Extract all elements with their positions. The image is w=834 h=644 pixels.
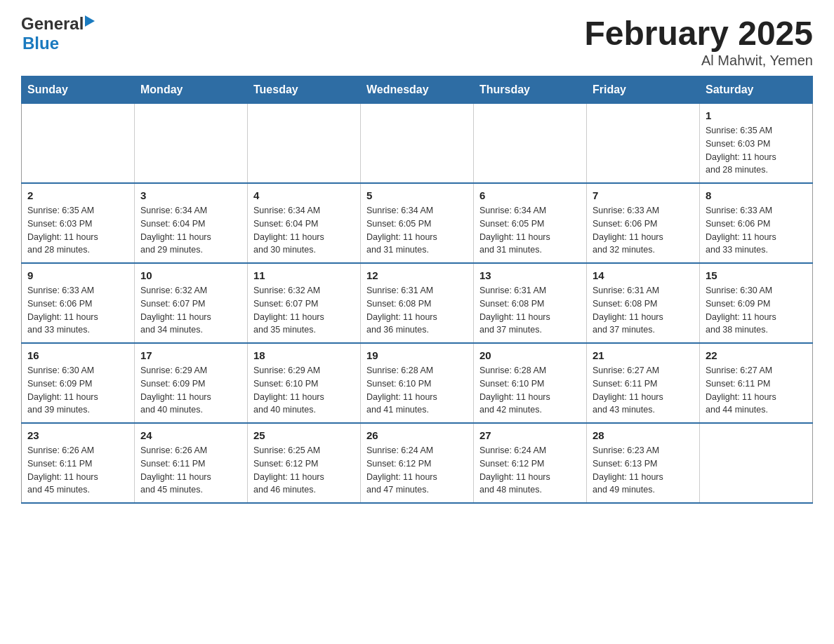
calendar-header-row: Sunday Monday Tuesday Wednesday Thursday… bbox=[22, 76, 813, 104]
title-block: February 2025 Al Mahwit, Yemen bbox=[584, 14, 813, 69]
calendar-cell: 24Sunrise: 6:26 AM Sunset: 6:11 PM Dayli… bbox=[135, 423, 248, 503]
day-number: 4 bbox=[253, 189, 355, 201]
calendar-cell: 10Sunrise: 6:32 AM Sunset: 6:07 PM Dayli… bbox=[135, 263, 248, 343]
calendar-cell: 13Sunrise: 6:31 AM Sunset: 6:08 PM Dayli… bbox=[474, 263, 587, 343]
day-info: Sunrise: 6:25 AM Sunset: 6:12 PM Dayligh… bbox=[253, 444, 355, 497]
calendar-week-3: 9Sunrise: 6:33 AM Sunset: 6:06 PM Daylig… bbox=[22, 263, 813, 343]
day-number: 26 bbox=[366, 429, 468, 441]
day-number: 24 bbox=[140, 429, 241, 441]
calendar-week-2: 2Sunrise: 6:35 AM Sunset: 6:03 PM Daylig… bbox=[22, 183, 813, 263]
calendar-cell: 22Sunrise: 6:27 AM Sunset: 6:11 PM Dayli… bbox=[700, 343, 813, 423]
weekday-saturday: Saturday bbox=[700, 76, 813, 104]
logo: General Blue bbox=[21, 14, 96, 53]
calendar-cell bbox=[135, 104, 248, 184]
day-number: 16 bbox=[27, 349, 128, 361]
day-info: Sunrise: 6:24 AM Sunset: 6:12 PM Dayligh… bbox=[366, 444, 468, 497]
day-info: Sunrise: 6:32 AM Sunset: 6:07 PM Dayligh… bbox=[253, 284, 355, 337]
day-number: 12 bbox=[366, 269, 468, 281]
calendar-cell: 23Sunrise: 6:26 AM Sunset: 6:11 PM Dayli… bbox=[22, 423, 135, 503]
day-info: Sunrise: 6:30 AM Sunset: 6:09 PM Dayligh… bbox=[706, 284, 807, 337]
calendar-cell: 18Sunrise: 6:29 AM Sunset: 6:10 PM Dayli… bbox=[248, 343, 361, 423]
day-info: Sunrise: 6:23 AM Sunset: 6:13 PM Dayligh… bbox=[593, 444, 694, 497]
day-number: 9 bbox=[27, 269, 128, 281]
svg-marker-0 bbox=[85, 15, 95, 27]
day-number: 25 bbox=[253, 429, 355, 441]
day-info: Sunrise: 6:35 AM Sunset: 6:03 PM Dayligh… bbox=[27, 204, 128, 257]
day-info: Sunrise: 6:24 AM Sunset: 6:12 PM Dayligh… bbox=[479, 444, 581, 497]
day-info: Sunrise: 6:34 AM Sunset: 6:04 PM Dayligh… bbox=[140, 204, 241, 257]
day-number: 17 bbox=[140, 349, 241, 361]
calendar-week-5: 23Sunrise: 6:26 AM Sunset: 6:11 PM Dayli… bbox=[22, 423, 813, 503]
calendar-cell: 19Sunrise: 6:28 AM Sunset: 6:10 PM Dayli… bbox=[361, 343, 474, 423]
day-number: 7 bbox=[593, 189, 694, 201]
day-number: 20 bbox=[479, 349, 581, 361]
calendar-cell bbox=[22, 104, 135, 184]
calendar-cell: 3Sunrise: 6:34 AM Sunset: 6:04 PM Daylig… bbox=[135, 183, 248, 263]
calendar-cell: 25Sunrise: 6:25 AM Sunset: 6:12 PM Dayli… bbox=[248, 423, 361, 503]
day-info: Sunrise: 6:31 AM Sunset: 6:08 PM Dayligh… bbox=[366, 284, 468, 337]
day-number: 10 bbox=[140, 269, 241, 281]
day-number: 11 bbox=[253, 269, 355, 281]
calendar-cell bbox=[700, 423, 813, 503]
weekday-wednesday: Wednesday bbox=[361, 76, 474, 104]
day-info: Sunrise: 6:28 AM Sunset: 6:10 PM Dayligh… bbox=[479, 364, 581, 417]
day-info: Sunrise: 6:26 AM Sunset: 6:11 PM Dayligh… bbox=[27, 444, 128, 497]
day-number: 19 bbox=[366, 349, 468, 361]
calendar-cell: 8Sunrise: 6:33 AM Sunset: 6:06 PM Daylig… bbox=[700, 183, 813, 263]
calendar-cell: 6Sunrise: 6:34 AM Sunset: 6:05 PM Daylig… bbox=[474, 183, 587, 263]
page-title: February 2025 bbox=[584, 14, 813, 53]
day-info: Sunrise: 6:30 AM Sunset: 6:09 PM Dayligh… bbox=[27, 364, 128, 417]
day-info: Sunrise: 6:35 AM Sunset: 6:03 PM Dayligh… bbox=[706, 124, 807, 177]
calendar-cell bbox=[248, 104, 361, 184]
day-number: 28 bbox=[593, 429, 694, 441]
day-info: Sunrise: 6:29 AM Sunset: 6:09 PM Dayligh… bbox=[140, 364, 241, 417]
calendar-cell: 15Sunrise: 6:30 AM Sunset: 6:09 PM Dayli… bbox=[700, 263, 813, 343]
calendar-cell bbox=[587, 104, 700, 184]
calendar-cell bbox=[474, 104, 587, 184]
day-number: 8 bbox=[706, 189, 807, 201]
logo-blue: Blue bbox=[22, 34, 59, 53]
weekday-friday: Friday bbox=[587, 76, 700, 104]
day-info: Sunrise: 6:31 AM Sunset: 6:08 PM Dayligh… bbox=[479, 284, 581, 337]
calendar-cell: 28Sunrise: 6:23 AM Sunset: 6:13 PM Dayli… bbox=[587, 423, 700, 503]
day-number: 27 bbox=[479, 429, 581, 441]
day-number: 21 bbox=[593, 349, 694, 361]
day-info: Sunrise: 6:33 AM Sunset: 6:06 PM Dayligh… bbox=[706, 204, 807, 257]
day-info: Sunrise: 6:31 AM Sunset: 6:08 PM Dayligh… bbox=[593, 284, 694, 337]
calendar-cell: 26Sunrise: 6:24 AM Sunset: 6:12 PM Dayli… bbox=[361, 423, 474, 503]
day-info: Sunrise: 6:34 AM Sunset: 6:05 PM Dayligh… bbox=[479, 204, 581, 257]
calendar-cell: 9Sunrise: 6:33 AM Sunset: 6:06 PM Daylig… bbox=[22, 263, 135, 343]
page-header: General Blue February 2025 Al Mahwit, Ye… bbox=[21, 14, 813, 69]
calendar-cell: 17Sunrise: 6:29 AM Sunset: 6:09 PM Dayli… bbox=[135, 343, 248, 423]
calendar-week-4: 16Sunrise: 6:30 AM Sunset: 6:09 PM Dayli… bbox=[22, 343, 813, 423]
logo-text: General Blue bbox=[21, 14, 96, 53]
day-number: 1 bbox=[706, 109, 807, 121]
calendar-cell: 21Sunrise: 6:27 AM Sunset: 6:11 PM Dayli… bbox=[587, 343, 700, 423]
day-number: 3 bbox=[140, 189, 241, 201]
day-info: Sunrise: 6:34 AM Sunset: 6:05 PM Dayligh… bbox=[366, 204, 468, 257]
day-info: Sunrise: 6:28 AM Sunset: 6:10 PM Dayligh… bbox=[366, 364, 468, 417]
day-info: Sunrise: 6:26 AM Sunset: 6:11 PM Dayligh… bbox=[140, 444, 241, 497]
day-number: 5 bbox=[366, 189, 468, 201]
weekday-sunday: Sunday bbox=[22, 76, 135, 104]
weekday-tuesday: Tuesday bbox=[248, 76, 361, 104]
day-info: Sunrise: 6:33 AM Sunset: 6:06 PM Dayligh… bbox=[593, 204, 694, 257]
day-number: 22 bbox=[706, 349, 807, 361]
calendar-cell: 16Sunrise: 6:30 AM Sunset: 6:09 PM Dayli… bbox=[22, 343, 135, 423]
day-number: 6 bbox=[479, 189, 581, 201]
calendar-cell bbox=[361, 104, 474, 184]
day-info: Sunrise: 6:29 AM Sunset: 6:10 PM Dayligh… bbox=[253, 364, 355, 417]
day-number: 23 bbox=[27, 429, 128, 441]
day-number: 2 bbox=[27, 189, 128, 201]
calendar-cell: 14Sunrise: 6:31 AM Sunset: 6:08 PM Dayli… bbox=[587, 263, 700, 343]
day-info: Sunrise: 6:27 AM Sunset: 6:11 PM Dayligh… bbox=[593, 364, 694, 417]
day-info: Sunrise: 6:33 AM Sunset: 6:06 PM Dayligh… bbox=[27, 284, 128, 337]
weekday-monday: Monday bbox=[135, 76, 248, 104]
calendar-cell: 5Sunrise: 6:34 AM Sunset: 6:05 PM Daylig… bbox=[361, 183, 474, 263]
page-subtitle: Al Mahwit, Yemen bbox=[584, 53, 813, 69]
day-number: 13 bbox=[479, 269, 581, 281]
calendar-cell: 1Sunrise: 6:35 AM Sunset: 6:03 PM Daylig… bbox=[700, 104, 813, 184]
calendar-cell: 11Sunrise: 6:32 AM Sunset: 6:07 PM Dayli… bbox=[248, 263, 361, 343]
logo-general: General bbox=[21, 14, 84, 34]
day-number: 15 bbox=[706, 269, 807, 281]
